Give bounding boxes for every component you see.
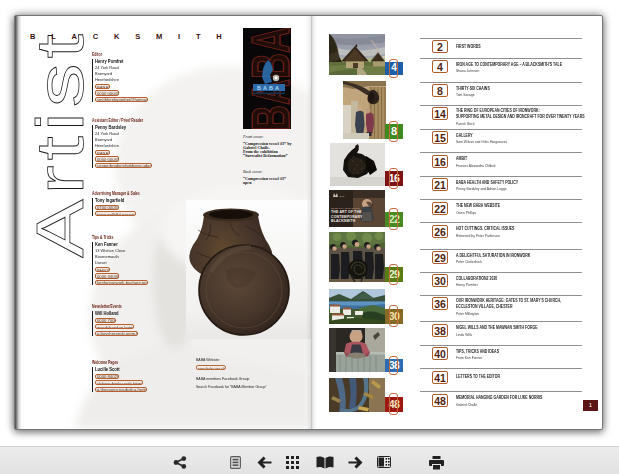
svg-text:Artist: Artist — [27, 34, 89, 258]
svg-text:THE ART OF THE: THE ART OF THE — [331, 210, 362, 214]
svg-text:BLACKSMITH: BLACKSMITH — [331, 219, 356, 223]
svg-text:CELEBRATING AND DEVELOPING: CELEBRATING AND DEVELOPING — [331, 206, 361, 208]
svg-text:BABA: BABA — [340, 194, 346, 196]
svg-text:BABA: BABA — [257, 85, 281, 91]
svg-text:CONTEMPORARY: CONTEMPORARY — [331, 214, 363, 218]
